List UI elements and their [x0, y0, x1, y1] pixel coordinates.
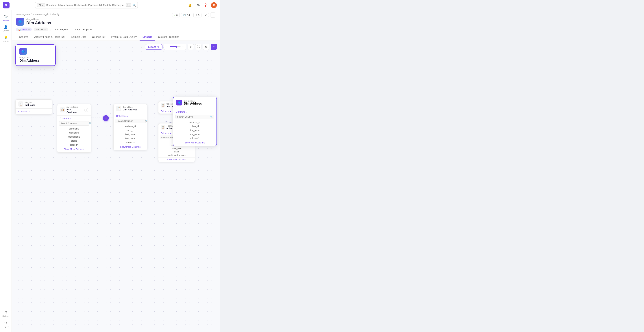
col-search-raw[interactable]: 🔍: [59, 121, 90, 126]
tab-queries[interactable]: Queries 1: [89, 34, 108, 41]
show-more-detail[interactable]: Show More Columns: [176, 140, 214, 144]
language-selector[interactable]: EN ▾: [196, 4, 200, 7]
chevron-up-icon: ▴: [126, 115, 128, 117]
detail-columns-toggle[interactable]: Columns ▴: [176, 110, 214, 115]
floating-entity-card: 🔷 dim_address Dim Address: [16, 44, 56, 66]
search-input[interactable]: [46, 4, 124, 7]
global-search[interactable]: All ▾ ⌘ × 🔍: [35, 2, 138, 9]
col-item[interactable]: address1: [176, 136, 214, 140]
entity-meta: 📊 Data ✏ No Tier ✏ | Type: Regular | Usa…: [16, 28, 216, 31]
settings-button[interactable]: ⚙: [203, 44, 209, 50]
sidebar-item-quality[interactable]: 👤 Quality: [1, 24, 10, 33]
entity-title-group: dim_address Dim Address: [26, 18, 51, 25]
stars-badge[interactable]: ☆ 5: [194, 13, 202, 18]
chevron-up-icon: ▴: [186, 111, 188, 113]
share-button[interactable]: ↗: [203, 13, 209, 17]
main-layout: 🔭 Explore 👤 Quality 💡 Insights ⚙ Setting…: [0, 10, 220, 332]
search-icon: 🔍: [132, 4, 136, 7]
edit-button[interactable]: ✏: [211, 44, 217, 50]
app-logo[interactable]: [3, 2, 10, 9]
sidebar: 🔭 Explore 👤 Quality 💡 Insights ⚙ Setting…: [0, 10, 12, 332]
col-item[interactable]: creditcard: [59, 131, 90, 135]
breadcrumb: sample_data / ecommerce_db / shopify: [16, 13, 60, 16]
col-item[interactable]: comments: [59, 127, 90, 131]
sidebar-item-explore[interactable]: 🔭 Explore: [1, 13, 10, 23]
data-edit-icon[interactable]: ✏: [28, 28, 30, 31]
help-button[interactable]: ❓: [202, 2, 208, 8]
col-item[interactable]: shop_id: [115, 128, 146, 132]
tab-activity[interactable]: Activity Feeds & Tasks 36: [31, 34, 68, 41]
col-item[interactable]: membership: [59, 135, 90, 139]
col-item[interactable]: orders: [59, 139, 90, 143]
fullscreen-button[interactable]: ⛶: [195, 44, 202, 50]
node-title: fact_sale: [25, 104, 49, 106]
fit-view-button[interactable]: ⊕: [188, 44, 194, 50]
columns-toggle-raw[interactable]: Columns ▴: [57, 116, 91, 121]
col-search-input-detail[interactable]: [177, 116, 209, 118]
tab-sample-data[interactable]: Sample Data: [68, 34, 89, 41]
col-search-detail[interactable]: 🔍: [176, 115, 214, 119]
breadcrumb-shopify[interactable]: shopify: [52, 13, 59, 16]
tab-custom-properties[interactable]: Custom Properties: [155, 34, 182, 41]
chevron-down-icon: ▾: [28, 110, 30, 113]
col-list-detail: address_id shop_id first_name last_name …: [176, 120, 214, 140]
zoom-in-button[interactable]: +: [181, 45, 184, 48]
zoom-out-button[interactable]: −: [166, 45, 169, 48]
zoom-slider[interactable]: [170, 46, 180, 47]
col-item[interactable]: status: [160, 150, 193, 153]
sidebar-item-insights[interactable]: 💡 Insights: [1, 34, 10, 44]
col-item[interactable]: last_name: [176, 132, 214, 136]
col-item[interactable]: first_name: [176, 128, 214, 132]
page-header: sample_data / ecommerce_db / shopify ● 0…: [12, 10, 220, 41]
col-search-input-raw[interactable]: [60, 122, 88, 125]
sidebar-label-explore: Explore: [3, 20, 9, 22]
col-item[interactable]: platform: [59, 143, 90, 147]
avatar[interactable]: R: [211, 2, 217, 8]
floating-card-title: Dim Address: [20, 59, 52, 63]
expand-all-button[interactable]: Expand All: [145, 44, 162, 50]
notifications-button[interactable]: 🔔: [187, 2, 193, 8]
join-icon[interactable]: ⚡: [103, 115, 109, 121]
tab-lineage[interactable]: Lineage: [140, 34, 155, 41]
data-chip[interactable]: 📊 Data ✏: [16, 28, 32, 31]
columns-toggle-dim[interactable]: Columns ▴: [114, 113, 147, 119]
tier-edit-icon[interactable]: ✏: [44, 28, 46, 31]
col-item[interactable]: order_date: [160, 147, 193, 150]
columns-toggle-fact-left[interactable]: Columns ▾: [16, 109, 52, 114]
col-item[interactable]: address_id: [115, 124, 146, 128]
col-item[interactable]: address_id: [176, 120, 214, 124]
col-search-input-dim[interactable]: [117, 120, 144, 122]
quality-icon: 👤: [4, 25, 8, 29]
table-icon: 📋: [18, 101, 23, 107]
entity-header: 🔷 dim_address Dim Address: [16, 18, 216, 26]
show-more-dim[interactable]: Show More Columns: [115, 144, 146, 148]
show-more-raw[interactable]: Show More Columns: [59, 147, 90, 151]
content-area: sample_data / ecommerce_db / shopify ● 0…: [12, 10, 220, 332]
sidebar-item-logout[interactable]: ↪ Logout: [1, 319, 10, 329]
sidebar-item-settings[interactable]: ⚙ Settings: [1, 309, 10, 319]
search-filter-badge[interactable]: All ▾: [37, 3, 45, 7]
col-item[interactable]: last_name: [115, 136, 146, 140]
node-add-button[interactable]: +: [84, 108, 88, 112]
lineage-toolbar: Expand All − + ⊕ ⛶ ⚙ ✏: [145, 44, 217, 50]
version-badge[interactable]: 🕐 2.4: [181, 13, 192, 18]
col-search-dim[interactable]: 🔍: [115, 119, 146, 123]
more-options-button[interactable]: ⋯: [210, 13, 216, 18]
zoom-controls: − +: [164, 44, 186, 50]
col-item[interactable]: credit_card_amount: [160, 153, 193, 157]
mini-table-icon: 📋: [161, 103, 165, 107]
tab-profiler[interactable]: Profiler & Data Quality: [108, 34, 140, 41]
col-item[interactable]: first_name: [115, 132, 146, 136]
show-more-o10[interactable]: Show More Columns: [158, 157, 195, 162]
raw-customer-columns: 🔍 comments creditcard membership orders …: [57, 121, 91, 152]
col-item[interactable]: shop_id: [176, 124, 214, 128]
col-item[interactable]: address1: [115, 140, 146, 144]
sidebar-label-logout: Logout: [3, 325, 8, 327]
issues-badge[interactable]: ● 0: [172, 13, 180, 18]
tier-chip[interactable]: No Tier ✏: [34, 28, 48, 31]
data-icon: 📊: [18, 28, 21, 31]
breadcrumb-sample-data[interactable]: sample_data: [16, 13, 30, 16]
sidebar-label-settings: Settings: [2, 315, 9, 317]
tab-schema[interactable]: Schema: [16, 34, 31, 41]
breadcrumb-ecommerce[interactable]: ecommerce_db: [32, 13, 49, 16]
